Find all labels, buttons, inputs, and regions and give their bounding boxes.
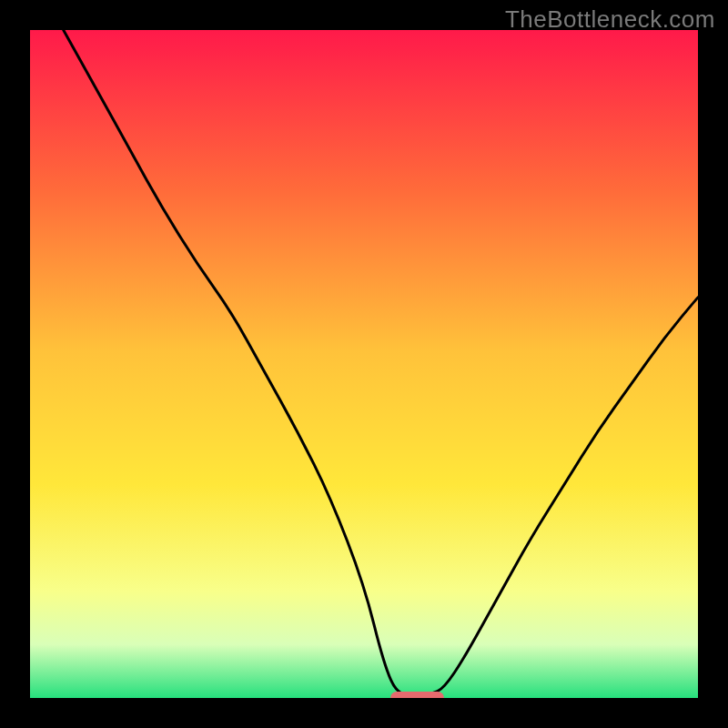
optimal-range-marker (390, 692, 444, 698)
chart-svg (30, 30, 698, 698)
chart-frame: TheBottleneck.com (0, 0, 728, 728)
plot-area (30, 30, 698, 698)
gradient-rect (30, 30, 698, 698)
watermark-text: TheBottleneck.com (505, 5, 715, 34)
